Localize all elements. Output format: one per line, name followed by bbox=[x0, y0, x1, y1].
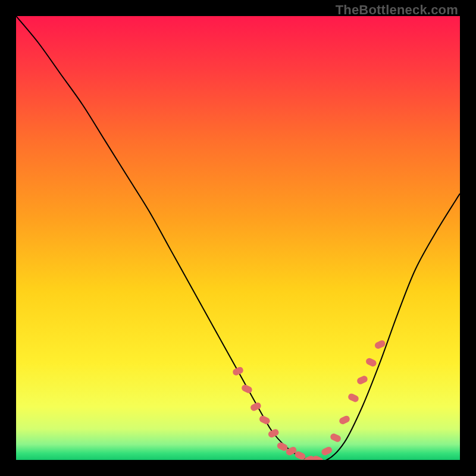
plot-area bbox=[16, 16, 460, 460]
gradient-background bbox=[16, 16, 460, 460]
chart-svg bbox=[16, 16, 460, 460]
chart-frame: TheBottleneck.com bbox=[0, 0, 476, 476]
